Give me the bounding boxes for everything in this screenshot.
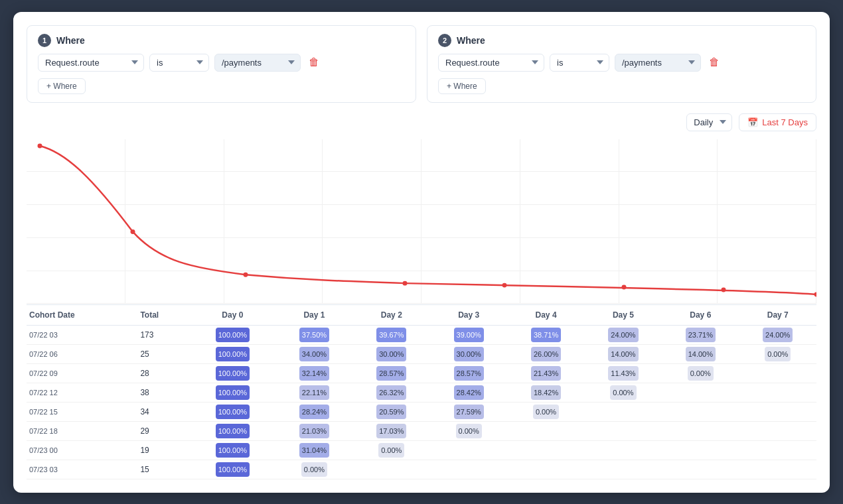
col-header-d7: Day 7: [739, 305, 816, 326]
cell-total: 28: [137, 363, 189, 383]
filter1-delete-button[interactable]: 🗑: [306, 54, 322, 71]
cell-value: 30.00%: [454, 347, 484, 361]
col-header-date: Cohort Date: [27, 305, 137, 326]
cell-d0: 100.00%: [189, 460, 275, 479]
cell-d1: 34.00%: [275, 344, 352, 363]
cell-value: 32.14%: [299, 366, 329, 381]
cell-d2: 17.03%: [353, 421, 430, 440]
cell-value: 28.42%: [454, 385, 484, 400]
cell-d4: 0.00%: [507, 402, 584, 421]
cell-date: 07/22 18: [27, 421, 137, 440]
chart-point: [403, 281, 408, 285]
col-header-total: Total: [137, 305, 189, 326]
col-header-d3: Day 3: [430, 305, 507, 326]
cell-d6: 23.71%: [662, 325, 739, 344]
cell-d0: 100.00%: [189, 383, 275, 402]
cell-value: 38.71%: [531, 328, 561, 342]
cell-d0: 100.00%: [189, 440, 275, 460]
filter2-route-select[interactable]: Request.route: [438, 54, 544, 72]
date-range-button[interactable]: 📅 Last 7 Days: [739, 113, 816, 131]
daily-select[interactable]: Daily: [686, 113, 732, 131]
filter2-add-where-button[interactable]: + Where: [438, 78, 486, 94]
cell-d4: [507, 440, 584, 460]
cell-value: 0.00%: [688, 366, 714, 381]
filter-controls-2: Request.route is /payments 🗑: [438, 54, 805, 72]
chart-area: [27, 139, 816, 305]
cell-value: 17.03%: [376, 424, 406, 438]
cell-d6: [662, 440, 739, 460]
cell-value: 100.00%: [216, 328, 250, 342]
cell-value: 37.50%: [299, 328, 329, 342]
chart-point: [131, 229, 135, 233]
table-container: Cohort Date Total Day 0 Day 1 Day 2 Day …: [27, 305, 816, 479]
cell-d1: 0.00%: [275, 460, 352, 479]
cell-d6: [662, 460, 739, 479]
col-header-d2: Day 2: [353, 305, 430, 326]
cell-d7: [739, 402, 816, 421]
cell-d1: 22.11%: [275, 383, 352, 402]
table-body: 07/22 03173100.00%37.50%39.67%39.00%38.7…: [27, 325, 816, 479]
cell-d3: 30.00%: [430, 344, 507, 363]
cell-d5: [585, 402, 662, 421]
cell-value: 0.00%: [301, 462, 327, 477]
chart-point: [38, 143, 42, 148]
cell-total: 15: [137, 460, 189, 479]
cell-value: 0.00%: [533, 405, 559, 419]
cell-value: 31.04%: [299, 443, 329, 458]
cell-value: 26.00%: [531, 347, 561, 361]
filter-controls-1: Request.route is /payments 🗑: [38, 54, 405, 72]
filter1-route-select[interactable]: Request.route: [38, 54, 144, 72]
cell-d6: [662, 421, 739, 440]
cell-value: 14.00%: [608, 347, 638, 361]
cell-d3: 0.00%: [430, 421, 507, 440]
cell-d2: 39.67%: [353, 325, 430, 344]
filter2-delete-button[interactable]: 🗑: [706, 54, 722, 71]
cell-d2: 26.32%: [353, 383, 430, 402]
filters-row: 1 Where Request.route is /payments 🗑 + W…: [27, 25, 816, 103]
cell-value: 100.00%: [216, 366, 250, 381]
cell-d3: [430, 460, 507, 479]
cell-d1: 28.24%: [275, 402, 352, 421]
chart-line: [40, 145, 816, 294]
col-header-d5: Day 5: [585, 305, 662, 326]
cell-value: 14.00%: [686, 347, 716, 361]
filter-title-1: 1 Where: [38, 34, 405, 47]
cell-value: 30.00%: [376, 347, 406, 361]
cell-date: 07/23 03: [27, 460, 137, 479]
cell-d3: 28.42%: [430, 383, 507, 402]
filter1-value-select[interactable]: /payments: [214, 54, 301, 72]
cell-value: 28.57%: [376, 366, 406, 381]
table-row: 07/22 03173100.00%37.50%39.67%39.00%38.7…: [27, 325, 816, 344]
cell-d2: 30.00%: [353, 344, 430, 363]
cell-d4: [507, 421, 584, 440]
cell-d3: [430, 440, 507, 460]
cell-date: 07/22 06: [27, 344, 137, 363]
cell-d3: 28.57%: [430, 363, 507, 383]
cell-value: 21.43%: [531, 366, 561, 381]
cell-value: 39.00%: [454, 328, 484, 342]
cell-total: 34: [137, 402, 189, 421]
table-row: 07/22 1534100.00%28.24%20.59%27.59%0.00%: [27, 402, 816, 421]
cell-value: 22.11%: [299, 385, 329, 400]
filter1-operator-select[interactable]: is: [149, 54, 209, 72]
cell-value: 0.00%: [610, 385, 636, 400]
cell-d4: 38.71%: [507, 325, 584, 344]
cell-date: 07/22 15: [27, 402, 137, 421]
filter1-add-where-button[interactable]: + Where: [38, 78, 86, 94]
cell-d6: 0.00%: [662, 363, 739, 383]
cell-date: 07/23 00: [27, 440, 137, 460]
col-header-d1: Day 1: [275, 305, 352, 326]
cell-d2: 28.57%: [353, 363, 430, 383]
table-row: 07/22 1829100.00%21.03%17.03%0.00%: [27, 421, 816, 440]
cell-d4: 21.43%: [507, 363, 584, 383]
filter2-operator-select[interactable]: is: [550, 54, 609, 72]
cell-d4: 26.00%: [507, 344, 584, 363]
main-container: 1 Where Request.route is /payments 🗑 + W…: [13, 12, 830, 493]
cell-d5: [585, 460, 662, 479]
cell-d6: [662, 402, 739, 421]
filter-title-2: 2 Where: [438, 34, 805, 47]
cell-d2: 0.00%: [353, 440, 430, 460]
cell-total: 25: [137, 344, 189, 363]
cell-d7: 0.00%: [739, 344, 816, 363]
filter2-value-select[interactable]: /payments: [615, 54, 701, 72]
